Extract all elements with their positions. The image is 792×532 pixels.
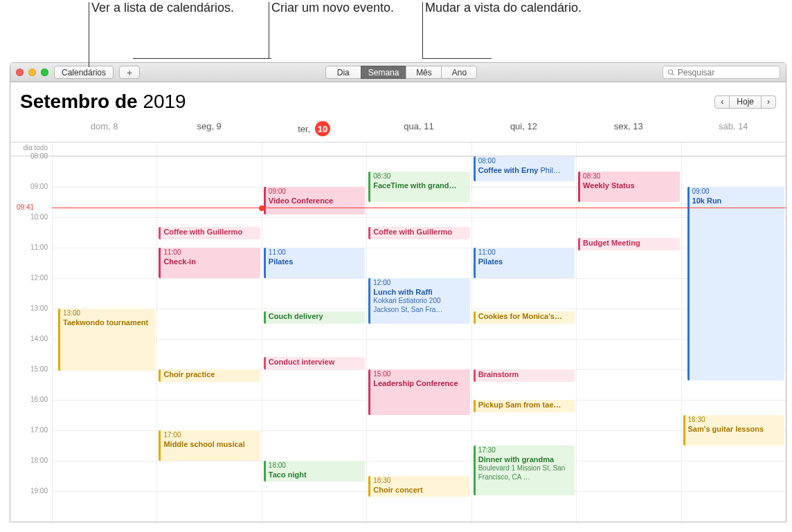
hour-label: 17:00 bbox=[10, 426, 52, 457]
calendar-event[interactable]: 09:00Video Conference bbox=[264, 187, 365, 214]
callout-view-calendars: Ver a lista de calendários. bbox=[91, 1, 234, 15]
callout-change-view: Mudar a vista do calendário. bbox=[425, 1, 582, 15]
calendar-event[interactable]: Coffee with Guillermo bbox=[159, 227, 260, 239]
day-column-sun[interactable]: 13:00Taekwondo tournament bbox=[52, 156, 156, 522]
view-switcher: Dia Semana Mês Ano bbox=[325, 66, 478, 79]
hour-label: 12:00 bbox=[10, 274, 52, 304]
day-header: sex, 13 bbox=[576, 117, 681, 142]
hour-label: 10:00 bbox=[10, 213, 52, 244]
hour-label: 08:00 bbox=[10, 152, 52, 183]
calendar-event[interactable]: Cookies for Monica's… bbox=[474, 311, 575, 324]
calendar-event[interactable]: 13:00Taekwondo tournament bbox=[58, 309, 155, 371]
calendar-event[interactable]: Coffee with Guillermo bbox=[368, 227, 469, 239]
calendar-event[interactable]: 11:00Check-in bbox=[159, 248, 260, 278]
calendar-event[interactable]: 12:00Lunch with RaffiKokkari Estiatorio … bbox=[368, 278, 469, 324]
calendar-event[interactable]: 16:30Sam's guitar lessons bbox=[683, 415, 784, 446]
hour-label: 13:00 bbox=[10, 304, 52, 335]
day-column-tue[interactable]: 09:00Video Conference11:00PilatesCouch d… bbox=[262, 156, 366, 522]
calendar-event[interactable]: 09:0010k Run bbox=[687, 187, 784, 380]
hour-label: 19:00 bbox=[10, 487, 52, 517]
calendar-event[interactable]: 08:00Coffee with Erny Phil… bbox=[474, 156, 575, 181]
day-header: qua, 11 bbox=[366, 117, 471, 142]
day-column-wed[interactable]: 08:30FaceTime with grand…Coffee with Gui… bbox=[366, 156, 471, 522]
calendar-event[interactable]: 08:30FaceTime with grand… bbox=[368, 172, 469, 202]
hour-label: 16:00 bbox=[10, 396, 52, 426]
prev-button[interactable]: ‹ bbox=[714, 95, 730, 109]
view-year[interactable]: Ano bbox=[441, 66, 477, 79]
calendar-event[interactable]: Pickup Sam from tae… bbox=[474, 400, 575, 412]
calendar-event[interactable]: 18:00Taco night bbox=[264, 461, 365, 481]
titlebar: Calendários + Dia Semana Mês Ano bbox=[10, 63, 786, 82]
fullscreen-icon[interactable] bbox=[41, 68, 48, 76]
minimize-icon[interactable] bbox=[28, 68, 36, 76]
calendar-event[interactable]: 11:00Pilates bbox=[264, 248, 365, 278]
hour-label: 14:00 bbox=[10, 335, 52, 365]
calendar-event[interactable]: Conduct interview bbox=[264, 357, 365, 369]
calendar-event[interactable]: 17:00Middle school musical bbox=[159, 430, 260, 461]
calendar-window: Calendários + Dia Semana Mês Ano Setembr… bbox=[10, 62, 786, 522]
page-title: Setembro de 2019 bbox=[20, 91, 186, 113]
search-field[interactable] bbox=[663, 66, 780, 79]
day-column-sat[interactable]: 09:0010k Run16:30Sam's guitar lessons bbox=[681, 156, 786, 522]
calendar-event[interactable]: 08:30Weekly Status bbox=[578, 172, 679, 202]
add-event-button[interactable]: + bbox=[119, 66, 140, 79]
calendar-event[interactable]: Budget Meeting bbox=[578, 238, 679, 250]
view-month[interactable]: Mês bbox=[406, 66, 442, 79]
day-header: sáb, 14 bbox=[681, 117, 786, 142]
calendar-event[interactable]: 11:00Pilates bbox=[474, 248, 575, 278]
calendar-event[interactable]: Choir practice bbox=[159, 369, 260, 382]
search-input[interactable] bbox=[678, 68, 775, 77]
calendar-event[interactable]: 18:30Choir concert bbox=[368, 476, 469, 497]
calendar-event[interactable]: 15:00Leadership Conference bbox=[368, 369, 469, 415]
day-column-mon[interactable]: Coffee with Guillermo11:00Check-inChoir … bbox=[156, 156, 261, 522]
calendars-button[interactable]: Calendários bbox=[54, 66, 114, 79]
now-time-label: 09:41 bbox=[15, 203, 36, 211]
day-header: dom, 8 bbox=[52, 117, 156, 142]
hour-label: 15:00 bbox=[10, 365, 52, 396]
calendar-event[interactable]: Couch delivery bbox=[264, 311, 365, 324]
hour-label: 18:00 bbox=[10, 457, 52, 487]
view-day[interactable]: Dia bbox=[325, 66, 361, 79]
day-column-thu[interactable]: 08:00Coffee with Erny Phil…11:00PilatesC… bbox=[471, 156, 576, 522]
now-indicator-dot bbox=[259, 205, 264, 211]
view-week[interactable]: Semana bbox=[361, 66, 407, 79]
calendar-event[interactable]: 17:30Dinner with grandmaBoulevard 1 Miss… bbox=[474, 446, 575, 495]
today-button[interactable]: Hoje bbox=[729, 95, 762, 109]
close-icon[interactable] bbox=[16, 68, 24, 76]
day-header: ter, 10 bbox=[262, 117, 366, 142]
day-header: qui, 12 bbox=[471, 117, 576, 142]
search-icon bbox=[667, 68, 675, 77]
day-header: seg, 9 bbox=[156, 117, 261, 142]
today-badge: 10 bbox=[315, 121, 330, 136]
callout-new-event: Criar um novo evento. bbox=[271, 1, 394, 15]
next-button[interactable]: › bbox=[761, 95, 776, 109]
hour-label: 11:00 bbox=[10, 244, 52, 274]
calendar-event[interactable]: Brainstorm bbox=[474, 369, 575, 382]
day-column-fri[interactable]: 08:30Weekly StatusBudget Meeting bbox=[576, 156, 681, 522]
plus-icon: + bbox=[127, 68, 132, 77]
